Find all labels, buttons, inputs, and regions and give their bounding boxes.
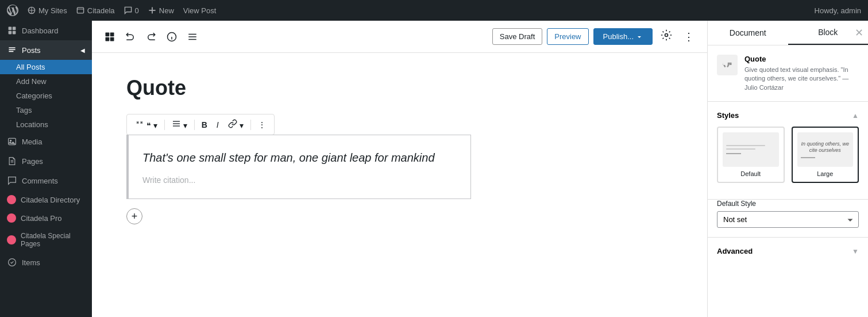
admin-bar: My Sites Citadela 0 New View Post Howdy,… [0, 0, 868, 21]
tab-document[interactable]: Document [708, 21, 788, 45]
styles-header: Styles ▲ [717, 111, 859, 120]
items-icon [7, 257, 17, 268]
dashboard-label: Dashboard [22, 26, 59, 35]
advanced-label: Advanced [717, 247, 753, 255]
media-label: Media [22, 138, 42, 146]
save-draft-button[interactable]: Save Draft [492, 28, 542, 45]
quote-text[interactable]: That's one small step for man, one giant… [142, 149, 457, 166]
new-link[interactable]: New [148, 6, 174, 15]
publish-button[interactable]: Publish... [593, 28, 653, 45]
info-button[interactable] [163, 28, 180, 45]
sidebar-item-citadela-pro[interactable]: Citadela Pro [0, 209, 92, 227]
posts-icon [7, 45, 17, 55]
style-large-text: In quoting others, we cite ourselves [801, 141, 850, 154]
view-post-label: View Post [183, 6, 217, 15]
svg-point-12 [10, 140, 11, 142]
citadela-pro-label: Citadela Pro [21, 214, 62, 223]
toolbar-left [101, 28, 201, 45]
items-label: Items [22, 258, 40, 267]
my-sites-link[interactable]: My Sites [28, 6, 67, 15]
style-preview-line-2 [726, 148, 755, 150]
add-block-toolbar-button[interactable] [101, 28, 118, 45]
style-large-underline [801, 157, 816, 158]
panel-tabs: Document Block ✕ [708, 21, 868, 45]
sidebar-subitem-all-posts[interactable]: All Posts [0, 60, 92, 74]
view-post-link[interactable]: View Post [183, 6, 217, 15]
right-panel: Document Block ✕ Quote Give quoted text … [707, 21, 868, 317]
sidebar-item-citadela-special[interactable]: Citadela Special Pages [0, 227, 92, 253]
add-new-block-button[interactable]: + [126, 208, 142, 224]
quote-citation[interactable]: Write citation... [142, 175, 457, 185]
bold-button[interactable]: B [198, 118, 211, 132]
block-icon [717, 55, 738, 75]
sidebar-item-posts[interactable]: Posts ◀ [0, 40, 92, 60]
align-button[interactable]: ▾ [168, 117, 191, 132]
toolbar-right: Save Draft Preview Publish... ⋮ [492, 26, 698, 47]
block-name: Quote [744, 55, 859, 63]
styles-grid: Default In quoting others, we cite ourse… [717, 127, 859, 183]
publish-label: Publish... [603, 32, 634, 41]
svg-rect-16 [106, 32, 110, 36]
comments-label: Comments [22, 177, 58, 185]
default-style-label: Default Style [717, 200, 859, 208]
quote-type-button[interactable]: ❝ ▾ [132, 117, 161, 132]
quote-block[interactable]: That's one small step for man, one giant… [126, 135, 471, 199]
sidebar-item-pages[interactable]: Pages [0, 151, 92, 171]
block-info-section: Quote Give quoted text visual emphasis. … [708, 45, 868, 102]
pages-icon [7, 156, 17, 166]
style-option-default[interactable]: Default [717, 127, 785, 183]
main-layout: Dashboard Posts ◀ All Posts Add New Cate… [0, 21, 868, 317]
styles-section: Styles ▲ Default In quoting others, we c… [708, 102, 868, 200]
sidebar-item-comments[interactable]: Comments [0, 171, 92, 190]
quote-block-toolbar: ❝ ▾ ▾ B I ▾ ⋮ [126, 114, 275, 135]
sidebar-subitem-locations[interactable]: Locations [0, 117, 92, 132]
settings-button[interactable] [657, 26, 676, 47]
citadela-directory-label: Citadela Directory [21, 196, 80, 204]
sidebar-item-items[interactable]: Items [0, 253, 92, 272]
link-button[interactable]: ▾ [225, 117, 247, 132]
block-title[interactable]: Quote [126, 76, 673, 100]
style-default-preview [723, 132, 779, 167]
svg-rect-9 [9, 31, 12, 35]
sidebar-subitem-categories[interactable]: Categories [0, 89, 92, 103]
svg-rect-8 [13, 27, 16, 30]
style-default-label: Default [723, 170, 779, 177]
comments-link[interactable]: 0 [124, 6, 139, 15]
style-preview-line-1 [726, 145, 765, 146]
site-name-label: Citadela [87, 6, 115, 15]
undo-button[interactable] [122, 28, 139, 45]
site-name-link[interactable]: Citadela [76, 6, 115, 15]
style-large-label: Large [797, 170, 854, 177]
more-rich-text-button[interactable]: ⋮ [254, 118, 269, 132]
my-sites-label: My Sites [38, 6, 67, 15]
block-nav-button[interactable] [184, 28, 201, 45]
panel-close-button[interactable]: ✕ [855, 26, 863, 39]
style-preview-underline [726, 153, 741, 154]
block-description: Give quoted text visual emphasis. "In qu… [744, 66, 859, 92]
svg-rect-17 [110, 32, 114, 36]
more-options-button[interactable]: ⋮ [680, 27, 698, 47]
comments-icon [7, 175, 17, 186]
style-option-large[interactable]: In quoting others, we cite ourselves Lar… [792, 127, 859, 183]
sidebar-subitem-tags[interactable]: Tags [0, 103, 92, 117]
italic-button[interactable]: I [213, 118, 222, 132]
editor-toolbar: Save Draft Preview Publish... ⋮ [92, 21, 707, 53]
styles-chevron-icon: ▲ [852, 112, 859, 120]
preview-button[interactable]: Preview [547, 28, 588, 45]
sidebar-subitem-add-new[interactable]: Add New [0, 74, 92, 89]
wp-logo-link[interactable] [7, 5, 18, 16]
sidebar-item-dashboard[interactable]: Dashboard [0, 21, 92, 40]
toolbar-divider-1 [164, 120, 165, 130]
svg-rect-3 [77, 7, 83, 13]
svg-point-26 [665, 34, 668, 37]
advanced-header[interactable]: Advanced ▼ [717, 247, 859, 255]
howdy-text: Howdy, admin [815, 6, 861, 15]
editor-main: Save Draft Preview Publish... ⋮ Quote ❝ … [92, 21, 707, 317]
redo-button[interactable] [142, 28, 160, 45]
sidebar-item-media[interactable]: Media [0, 132, 92, 151]
sidebar-item-citadela-directory[interactable]: Citadela Directory [0, 190, 92, 209]
default-style-select[interactable]: Not set Default Large [717, 211, 859, 228]
citadela-pro-icon [7, 213, 16, 223]
default-style-section: Default Style Not set Default Large [708, 200, 868, 238]
svg-rect-7 [9, 27, 12, 30]
